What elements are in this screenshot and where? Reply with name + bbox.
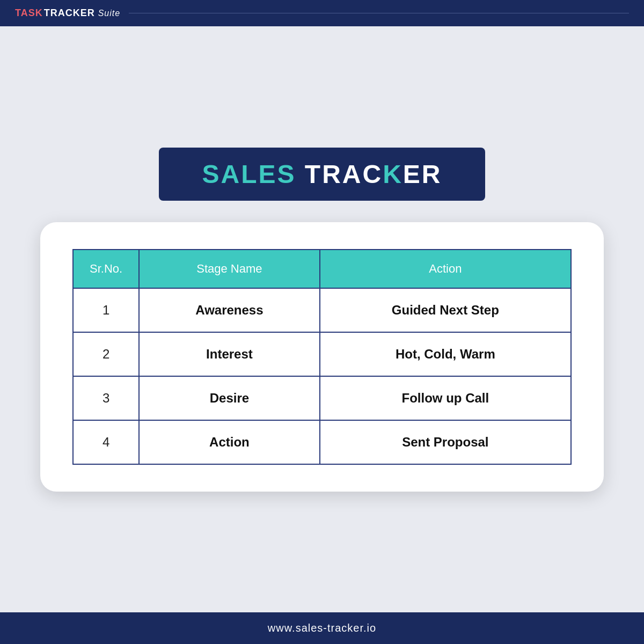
table-body: 1AwarenessGuided Next Step2InterestHot, … [73, 288, 571, 464]
cell-num-1: 2 [73, 332, 139, 376]
table-row: 3DesireFollow up Call [73, 376, 571, 420]
table-row: 1AwarenessGuided Next Step [73, 288, 571, 332]
table-row: 4ActionSent Proposal [73, 420, 571, 464]
table-card: Sr.No.Stage NameAction 1AwarenessGuided … [40, 222, 604, 492]
cell-num-3: 4 [73, 420, 139, 464]
sales-banner: SALES TRACKER [159, 148, 485, 201]
main-content: SALES TRACKER Sr.No.Stage NameAction 1Aw… [0, 26, 644, 612]
header-cell-2: Action [320, 250, 571, 288]
cell-stage-3: Action [139, 420, 320, 464]
banner-space [296, 159, 305, 189]
brand-line [129, 13, 629, 13]
table-header: Sr.No.Stage NameAction [73, 250, 571, 288]
brand-task: TASK [15, 8, 43, 19]
header-cell-0: Sr.No. [73, 250, 139, 288]
brand-tracker: TRACKER [44, 8, 95, 19]
brand-logo: TASK TRACKER Suite [15, 8, 120, 19]
banner-sales: SALES [202, 159, 296, 189]
cell-action-2: Follow up Call [320, 376, 571, 420]
banner-text: SALES TRACKER [202, 159, 442, 189]
cell-action-1: Hot, Cold, Warm [320, 332, 571, 376]
banner-tracker-pre: TRAC [305, 159, 383, 189]
cell-stage-1: Interest [139, 332, 320, 376]
bottom-bar: www.sales-tracker.io [0, 612, 644, 644]
cell-stage-2: Desire [139, 376, 320, 420]
header-row: Sr.No.Stage NameAction [73, 250, 571, 288]
header-cell-1: Stage Name [139, 250, 320, 288]
cell-action-3: Sent Proposal [320, 420, 571, 464]
cell-num-0: 1 [73, 288, 139, 332]
website-url: www.sales-tracker.io [268, 622, 376, 634]
cell-action-0: Guided Next Step [320, 288, 571, 332]
top-bar: TASK TRACKER Suite [0, 0, 644, 26]
banner-tracker-post: ER [403, 159, 442, 189]
sales-table: Sr.No.Stage NameAction 1AwarenessGuided … [72, 249, 572, 465]
brand-suite: Suite [98, 9, 120, 18]
banner-tracker-ck: K [383, 159, 403, 189]
cell-num-2: 3 [73, 376, 139, 420]
table-row: 2InterestHot, Cold, Warm [73, 332, 571, 376]
cell-stage-0: Awareness [139, 288, 320, 332]
